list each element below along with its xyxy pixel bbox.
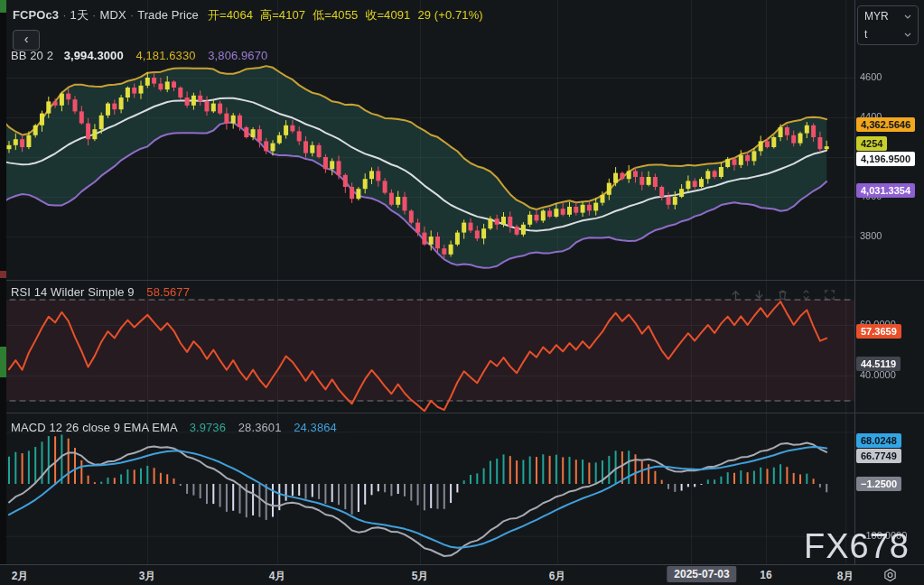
rsi-label: RSI 14 Wilder Simple 9 bbox=[11, 285, 135, 299]
close-value: 收=4091 bbox=[365, 8, 410, 22]
trading-chart-app: FCPOc3·1天·MDX·Trade Price开=4064高=4107低=4… bbox=[0, 0, 924, 585]
chevron-left-icon: ‹ bbox=[24, 32, 29, 46]
time-axis-label: 16 bbox=[760, 569, 771, 581]
symbol-legend[interactable]: FCPOc3·1天·MDX·Trade Price开=4064高=4107低=4… bbox=[13, 7, 490, 23]
pane-controls bbox=[728, 287, 837, 302]
price-axis-separator bbox=[854, 0, 855, 564]
high-value: 高=4107 bbox=[260, 8, 305, 22]
price-label-chip: 68.0248 bbox=[856, 433, 901, 448]
time-axis-label: 6月 bbox=[549, 569, 566, 584]
ohlc-values: 开=4064高=4107低=4055收=409129 (+0.71%) bbox=[208, 8, 490, 22]
series-type-label: Trade Price bbox=[137, 8, 199, 22]
collapse-pane-icon[interactable] bbox=[798, 287, 814, 302]
move-pane-up-icon[interactable] bbox=[728, 287, 743, 302]
back-button[interactable]: ‹ bbox=[13, 30, 40, 51]
bb-basis-value: 3,994.3000 bbox=[64, 49, 124, 62]
chevron-down-icon bbox=[904, 32, 911, 37]
chevron-down-icon bbox=[904, 14, 911, 19]
price-label-chip: 57.3659 bbox=[856, 324, 901, 339]
settings-icon[interactable] bbox=[882, 568, 898, 582]
pane-separator[interactable] bbox=[0, 413, 924, 413]
low-value: 低=4055 bbox=[313, 8, 358, 22]
price-label-chip: −1.2500 bbox=[856, 477, 901, 491]
edge-green-segment bbox=[0, 347, 6, 377]
delete-pane-icon[interactable] bbox=[775, 287, 790, 302]
currency-dropdown[interactable]: MYR bbox=[858, 6, 918, 26]
bb-upper-value: 4,181.6330 bbox=[135, 49, 195, 62]
time-axis-label: 5月 bbox=[412, 569, 429, 584]
bb-legend[interactable]: BB 20 2 3,994.3000 4,181.6330 3,806.9670 bbox=[11, 49, 267, 62]
unit-label: t bbox=[864, 28, 867, 41]
interval-label: 1天 bbox=[70, 8, 89, 22]
price-label-chip: 4,031.3354 bbox=[856, 183, 915, 198]
move-pane-down-icon[interactable] bbox=[751, 287, 767, 302]
price-label-chip: 44.5119 bbox=[856, 357, 901, 371]
axis-corner bbox=[855, 565, 924, 585]
maximize-pane-icon[interactable] bbox=[822, 287, 837, 302]
unit-dropdown[interactable]: t bbox=[858, 26, 918, 44]
rsi-value: 58.5677 bbox=[146, 285, 190, 299]
crosshair-date-chip: 2025-07-03 bbox=[667, 566, 736, 582]
main-price-pane[interactable] bbox=[0, 0, 854, 280]
open-value: 开=4064 bbox=[208, 8, 253, 22]
currency-label: MYR bbox=[864, 10, 889, 23]
exchange-label: MDX bbox=[99, 8, 126, 22]
watermark: FX678 bbox=[804, 527, 910, 566]
legend-separator: · bbox=[130, 8, 134, 22]
macd-line-value: 28.3601 bbox=[238, 421, 282, 434]
price-label-chip: 4254 bbox=[856, 136, 887, 151]
bb-lower-value: 3,806.9670 bbox=[208, 49, 267, 62]
price-label-chip: 66.7749 bbox=[856, 449, 901, 463]
price-label-chip: 4,196.9500 bbox=[856, 152, 915, 166]
time-axis[interactable]: 2月3月4月5月6月168月2025-07-03 bbox=[0, 564, 924, 585]
price-axis-tick: 3800 bbox=[860, 230, 882, 241]
rsi-pane[interactable] bbox=[0, 280, 854, 413]
edge-red-segment bbox=[0, 271, 6, 278]
price-scale-settings: MYR t bbox=[857, 5, 919, 45]
symbol-name: FCPOc3 bbox=[13, 8, 59, 22]
adjacent-panel-edge bbox=[0, 0, 6, 585]
time-axis-label: 4月 bbox=[269, 569, 286, 584]
macd-signal-value: 24.3864 bbox=[294, 421, 337, 434]
macd-label: MACD 12 26 close 9 EMA EMA bbox=[11, 421, 177, 434]
macd-legend[interactable]: MACD 12 26 close 9 EMA EMA 3.9736 28.360… bbox=[11, 421, 337, 434]
time-axis-label: 3月 bbox=[139, 569, 156, 584]
change-value: 29 (+0.71%) bbox=[417, 8, 482, 22]
edge-green-segment bbox=[0, 0, 6, 13]
legend-separator: · bbox=[62, 8, 66, 22]
legend-separator: · bbox=[92, 8, 96, 22]
rsi-legend[interactable]: RSI 14 Wilder Simple 9 58.5677 bbox=[11, 285, 190, 299]
bb-label: BB 20 2 bbox=[11, 49, 53, 62]
time-axis-label: 2月 bbox=[12, 569, 29, 584]
pane-separator[interactable] bbox=[0, 280, 924, 281]
macd-hist-value: 3.9736 bbox=[190, 421, 226, 434]
price-axis-tick: 4600 bbox=[860, 71, 882, 82]
price-label-chip: 4,362.5646 bbox=[856, 117, 915, 132]
macd-pane[interactable] bbox=[0, 413, 854, 564]
time-axis-label: 8月 bbox=[837, 569, 854, 584]
